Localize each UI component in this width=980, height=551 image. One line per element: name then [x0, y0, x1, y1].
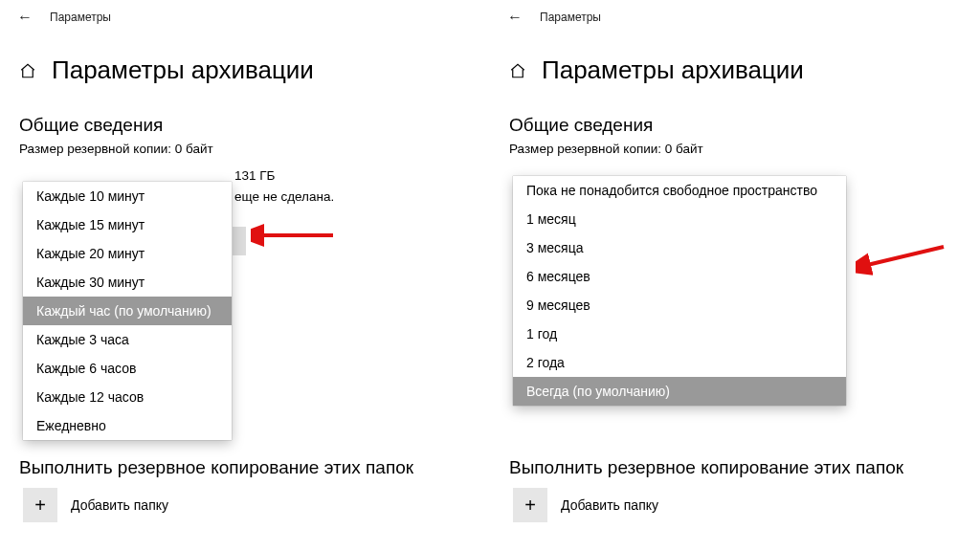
select-remnant[interactable] — [233, 227, 246, 255]
annotation-arrow-icon — [856, 241, 947, 279]
back-arrow-icon[interactable]: ← — [507, 10, 523, 25]
backup-size-line: Размер резервной копии: 0 байт — [19, 142, 213, 156]
last-backup-fragment: еще не сделана. — [234, 189, 334, 204]
keep-duration-option[interactable]: Всегда (по умолчанию) — [513, 377, 846, 406]
frequency-option[interactable]: Каждые 10 минут — [23, 182, 232, 210]
settings-pane-left: ← Параметры Параметры архивации Общие св… — [0, 0, 490, 551]
frequency-option[interactable]: Каждые 3 часа — [23, 325, 232, 354]
frequency-option[interactable]: Каждые 20 минут — [23, 239, 232, 268]
backup-size-line: Размер резервной копии: 0 байт — [509, 142, 703, 156]
add-folder-button[interactable]: + — [23, 488, 57, 522]
keep-duration-option[interactable]: 6 месяцев — [513, 262, 846, 291]
svg-line-1 — [863, 247, 944, 266]
page-title: Параметры архивации — [52, 55, 314, 85]
home-icon[interactable] — [19, 62, 36, 79]
keep-duration-option[interactable]: 2 года — [513, 348, 846, 377]
drive-space-fragment: 131 ГБ — [234, 168, 275, 183]
keep-duration-option[interactable]: 1 месяц — [513, 205, 846, 233]
keep-duration-option[interactable]: 9 месяцев — [513, 291, 846, 320]
add-folder-button[interactable]: + — [513, 488, 547, 522]
overview-header: Общие сведения — [19, 115, 163, 136]
page-title: Параметры архивации — [542, 55, 804, 85]
backup-frequency-dropdown[interactable]: Каждые 10 минутКаждые 15 минутКаждые 20 … — [23, 182, 232, 440]
frequency-option[interactable]: Каждые 30 минут — [23, 268, 232, 297]
add-folder-label: Добавить папку — [561, 497, 658, 513]
topbar: ← Параметры — [17, 10, 111, 25]
topbar: ← Параметры — [507, 10, 601, 25]
frequency-option[interactable]: Ежедневно — [23, 411, 232, 440]
window-label: Параметры — [50, 11, 111, 24]
annotation-arrow-icon — [251, 222, 337, 251]
add-folder-label: Добавить папку — [71, 497, 168, 513]
add-folder-row[interactable]: + Добавить папку — [513, 488, 658, 522]
heading-row: Параметры архивации — [509, 55, 804, 85]
frequency-option[interactable]: Каждый час (по умолчанию) — [23, 297, 232, 325]
keep-duration-option[interactable]: Пока не понадобится свободное пространст… — [513, 176, 846, 205]
plus-icon: + — [34, 495, 46, 517]
folders-header: Выполнить резервное копирование этих пап… — [509, 457, 903, 478]
window-label: Параметры — [540, 11, 601, 24]
add-folder-row[interactable]: + Добавить папку — [23, 488, 168, 522]
home-icon[interactable] — [509, 62, 526, 79]
folders-header: Выполнить резервное копирование этих пап… — [19, 457, 413, 478]
plus-icon: + — [524, 495, 536, 517]
frequency-option[interactable]: Каждые 12 часов — [23, 383, 232, 411]
keep-backups-dropdown[interactable]: Пока не понадобится свободное пространст… — [513, 176, 846, 406]
overview-header: Общие сведения — [509, 115, 653, 136]
heading-row: Параметры архивации — [19, 55, 314, 85]
back-arrow-icon[interactable]: ← — [17, 10, 33, 25]
keep-duration-option[interactable]: 1 год — [513, 320, 846, 348]
frequency-option[interactable]: Каждые 15 минут — [23, 210, 232, 239]
keep-duration-option[interactable]: 3 месяца — [513, 233, 846, 262]
frequency-option[interactable]: Каждые 6 часов — [23, 354, 232, 383]
settings-pane-right: ← Параметры Параметры архивации Общие св… — [490, 0, 980, 551]
